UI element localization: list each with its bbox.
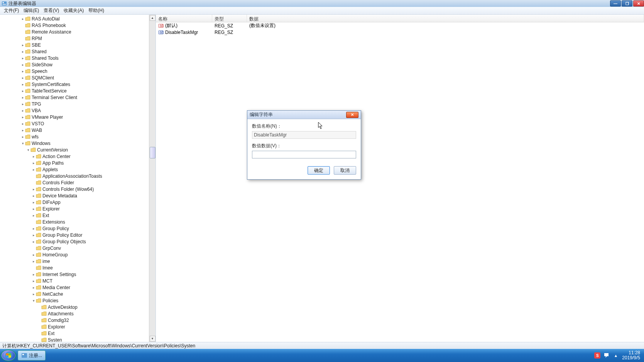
tree-node[interactable]: Extensions — [0, 219, 149, 225]
tree-expand-toggle[interactable]: ▸ — [21, 115, 25, 119]
tree-node[interactable]: Ext — [0, 330, 149, 337]
edit-string-dialog[interactable]: 编辑字符串 ✕ 数值名称(N)： DisableTaskMgr 数值数据(V)：… — [247, 110, 361, 180]
tree-expand-toggle[interactable]: ▸ — [21, 49, 25, 54]
tree-expand-toggle[interactable]: ▸ — [32, 292, 36, 296]
tree-expand-toggle[interactable] — [37, 305, 41, 309]
tree-node[interactable]: Comdlg32 — [0, 317, 149, 323]
value-data-input[interactable] — [252, 151, 356, 158]
tree-expand-toggle[interactable]: ▸ — [32, 200, 36, 204]
tree-node[interactable]: ▸Group Policy Objects — [0, 238, 149, 245]
tree-expand-toggle[interactable]: ▸ — [32, 226, 36, 231]
tree-expand-toggle[interactable]: ▸ — [21, 135, 25, 139]
tray-chevron-up-icon[interactable]: ▴ — [613, 352, 619, 359]
tree-node[interactable]: ApplicationAssociationToasts — [0, 173, 149, 179]
col-name[interactable]: 名称 — [156, 15, 212, 22]
tree-node[interactable]: ▸App Paths — [0, 160, 149, 166]
values-list[interactable]: ab(默认)REG_SZ(数值未设置)abDisableTaskMgrREG_S… — [156, 22, 644, 342]
tree-node[interactable]: ▸Terminal Server Client — [0, 94, 149, 101]
tree-node[interactable]: ▸SystemCertificates — [0, 81, 149, 88]
tree-expand-toggle[interactable]: ▸ — [32, 194, 36, 198]
tree-expand-toggle[interactable]: ▸ — [21, 128, 25, 132]
scroll-thumb[interactable] — [150, 147, 156, 158]
tree-node[interactable]: ▸Explorer — [0, 205, 149, 212]
tree-expand-toggle[interactable]: ▸ — [21, 89, 25, 93]
tree-expand-toggle[interactable]: ▸ — [32, 207, 36, 211]
tree-expand-toggle[interactable]: ▸ — [32, 272, 36, 276]
tree-expand-toggle[interactable] — [37, 318, 41, 322]
tree-expand-toggle[interactable]: ▸ — [32, 253, 36, 257]
tree-node[interactable]: ▸SBE — [0, 42, 149, 48]
start-button[interactable] — [1, 350, 16, 361]
tree-node[interactable]: RPM — [0, 35, 149, 42]
tree-expand-toggle[interactable]: ▸ — [21, 102, 25, 106]
tree-expand-toggle[interactable]: ▸ — [21, 69, 25, 73]
tree-expand-toggle[interactable]: ▸ — [21, 62, 25, 67]
dialog-titlebar[interactable]: 编辑字符串 ✕ — [247, 111, 361, 119]
tree-node[interactable]: ▸Group Policy Editor — [0, 232, 149, 238]
col-type[interactable]: 类型 — [212, 15, 247, 22]
tree-expand-toggle[interactable]: ▸ — [21, 43, 25, 47]
ok-button[interactable]: 确定 — [308, 166, 330, 175]
tree-node[interactable]: ▸wfs — [0, 133, 149, 140]
tree-node[interactable]: Systen — [0, 337, 149, 342]
tree-node[interactable]: ▸VSTO — [0, 120, 149, 127]
close-button[interactable]: ✕ — [633, 0, 644, 7]
tree-expand-toggle[interactable]: ▸ — [32, 285, 36, 290]
tree-expand-toggle[interactable]: ▸ — [32, 213, 36, 217]
tree-node[interactable]: ▾Windows — [0, 140, 149, 146]
tree-node[interactable]: ▸Shared — [0, 48, 149, 55]
tree-node[interactable]: ▸WAB — [0, 127, 149, 133]
tree-expand-toggle[interactable]: ▾ — [21, 141, 25, 145]
value-row[interactable]: ab(默认)REG_SZ(数值未设置) — [156, 22, 644, 29]
tree-expand-toggle[interactable]: ▸ — [21, 56, 25, 60]
tree-node[interactable]: ▸VBA — [0, 107, 149, 114]
tree-expand-toggle[interactable]: ▾ — [32, 298, 36, 303]
tree-node[interactable]: ▸Speech — [0, 68, 149, 74]
tree-expand-toggle[interactable]: ▸ — [32, 154, 36, 158]
tree-expand-toggle[interactable]: ▸ — [21, 17, 25, 21]
tree-node[interactable]: ▸HomeGroup — [0, 251, 149, 258]
tree-node[interactable]: Imee — [0, 264, 149, 271]
scroll-track[interactable] — [150, 21, 156, 335]
value-row[interactable]: abDisableTaskMgrREG_SZ — [156, 29, 644, 35]
tree-node[interactable]: Attachments — [0, 310, 149, 317]
tray-action-center-icon[interactable] — [603, 352, 610, 359]
tree-node[interactable]: ▸TableTextService — [0, 88, 149, 94]
tree-node[interactable]: ▸MCT — [0, 278, 149, 284]
tree-expand-toggle[interactable]: ▸ — [32, 167, 36, 172]
tree-node[interactable]: ▾CurrentVersion — [0, 146, 149, 153]
registry-tree[interactable]: ▸RAS AutoDialRAS PhonebookRemote Assista… — [0, 15, 149, 342]
tree-expand-toggle[interactable] — [21, 36, 25, 40]
tree-node[interactable]: ▸SideShow — [0, 61, 149, 68]
cancel-button[interactable]: 取消 — [334, 166, 356, 175]
tree-expand-toggle[interactable]: ▸ — [21, 108, 25, 113]
tree-expand-toggle[interactable] — [32, 180, 36, 185]
tree-node[interactable]: ▸TPG — [0, 101, 149, 107]
tree-expand-toggle[interactable]: ▸ — [21, 95, 25, 99]
scroll-up-button[interactable]: ▲ — [150, 15, 156, 21]
tree-expand-toggle[interactable] — [37, 331, 41, 335]
minimize-button[interactable]: — — [610, 0, 621, 7]
tree-expand-toggle[interactable] — [37, 338, 41, 342]
tree-expand-toggle[interactable] — [32, 246, 36, 250]
tree-node[interactable]: ▸DIFxApp — [0, 199, 149, 205]
tree-node[interactable]: ▸Applets — [0, 166, 149, 173]
tree-node[interactable]: ▸Media Center — [0, 284, 149, 291]
tree-expand-toggle[interactable] — [21, 23, 25, 27]
tree-node[interactable]: RAS Phonebook — [0, 22, 149, 29]
tree-expand-toggle[interactable]: ▾ — [26, 148, 30, 152]
tree-node[interactable]: ▸Shared Tools — [0, 55, 149, 61]
tree-expand-toggle[interactable]: ▸ — [32, 259, 36, 263]
tree-node[interactable]: ▸ime — [0, 258, 149, 264]
tree-node[interactable]: Controls Folder — [0, 179, 149, 186]
tree-expand-toggle[interactable] — [21, 30, 25, 34]
col-data[interactable]: 数据 — [247, 15, 644, 22]
tree-expand-toggle[interactable]: ▸ — [21, 121, 25, 126]
values-header[interactable]: 名称 类型 数据 — [156, 15, 644, 22]
dialog-close-button[interactable]: ✕ — [346, 112, 358, 118]
tree-expand-toggle[interactable]: ▸ — [21, 82, 25, 86]
menu-favorites[interactable]: 收藏夹(A) — [61, 7, 86, 15]
tree-expand-toggle[interactable]: ▸ — [32, 239, 36, 244]
tree-node[interactable]: ▸Group Policy — [0, 225, 149, 232]
tree-expand-toggle[interactable] — [37, 325, 41, 329]
